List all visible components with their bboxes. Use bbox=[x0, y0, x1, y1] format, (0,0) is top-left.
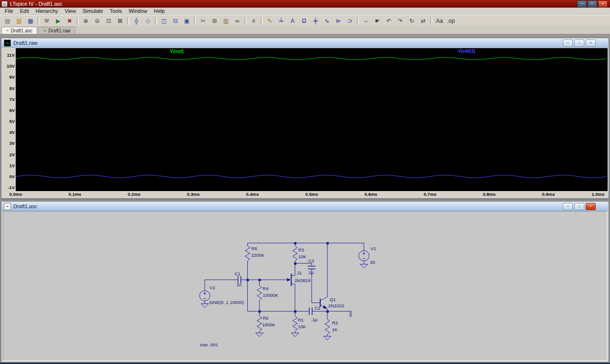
minimize-button[interactable]: ─ bbox=[563, 203, 573, 210]
waveform-window-titlebar[interactable]: ∿ Draft1.raw ─ □ × bbox=[2, 39, 608, 48]
net-label-icon[interactable]: A bbox=[287, 16, 298, 26]
capacitor-icon[interactable]: ╪ bbox=[310, 16, 321, 26]
schematic-canvas[interactable]: R6 2200K R3 10K R4 10000K bbox=[3, 211, 607, 361]
x-axis-tick-label: 1.0ms bbox=[587, 192, 610, 197]
net-label-out[interactable]: out bbox=[347, 311, 353, 317]
schematic-window-icon: ⌁ bbox=[4, 203, 11, 210]
spice-directive-icon[interactable]: .op bbox=[446, 16, 456, 26]
cascade-windows-icon[interactable]: ▣ bbox=[182, 16, 192, 26]
menu-edit[interactable]: Edit bbox=[17, 8, 32, 14]
close-button[interactable]: × bbox=[586, 40, 596, 47]
menu-hierarchy[interactable]: Hierarchy bbox=[32, 8, 61, 14]
trace-label-vout[interactable]: V(out) bbox=[170, 49, 184, 54]
tab-draft1-raw[interactable]: ∿ Draft1.raw bbox=[38, 27, 75, 34]
y-axis-tick-label: 9V bbox=[2, 74, 15, 80]
menu-help[interactable]: Help bbox=[151, 8, 168, 14]
text-icon[interactable]: Aa bbox=[434, 16, 445, 26]
menu-file[interactable]: File bbox=[1, 8, 17, 14]
tile-horizontal-icon[interactable]: ⊟ bbox=[170, 16, 181, 26]
paste-icon[interactable]: ▥ bbox=[221, 16, 231, 26]
component-icon[interactable]: ⊃ bbox=[345, 16, 355, 26]
mirror-icon[interactable]: ⇄ bbox=[418, 16, 428, 26]
save-icon[interactable]: ▦ bbox=[25, 16, 36, 26]
run-icon[interactable]: ▶ bbox=[53, 16, 63, 26]
copy-icon[interactable]: ⊞ bbox=[209, 16, 220, 26]
schematic-window-titlebar[interactable]: ⌁ Draft1.asc ─ □ × bbox=[2, 202, 608, 211]
component-C3[interactable]: C3 .1µ bbox=[307, 258, 315, 275]
component-R3[interactable]: R3 10K bbox=[293, 243, 307, 263]
component-value-label: 10K bbox=[298, 254, 307, 259]
print-icon[interactable]: ≡ bbox=[248, 16, 259, 26]
inductor-icon[interactable]: ∿ bbox=[322, 16, 332, 26]
waveform-traces bbox=[16, 48, 608, 191]
app-icon: ⌁ bbox=[1, 1, 8, 7]
maximize-button[interactable]: □ bbox=[588, 0, 597, 8]
menu-view[interactable]: View bbox=[61, 8, 80, 14]
mark-unconnected-pins-icon[interactable]: ◇ bbox=[142, 16, 153, 26]
component-R4[interactable]: R4 10000K bbox=[257, 280, 278, 311]
component-ref-label: R2 bbox=[332, 320, 338, 325]
y-axis-tick-label: 8V bbox=[2, 86, 15, 91]
open-file-icon[interactable]: ▨ bbox=[14, 16, 24, 26]
schematic-drawing[interactable]: R6 2200K R3 10K R4 10000K bbox=[3, 212, 607, 360]
main-titlebar[interactable]: ⌁ LTspice IV - Draft1.asc ─ □ × bbox=[0, 0, 610, 8]
y-axis-tick-label: -1V bbox=[2, 185, 15, 190]
x-axis-tick-label: 0.3ms bbox=[182, 192, 205, 197]
menu-tools[interactable]: Tools bbox=[106, 8, 125, 14]
tab-label: Draft1.raw bbox=[49, 28, 71, 33]
component-R2[interactable]: R2 1K bbox=[325, 311, 338, 336]
zoom-full-extents-icon[interactable]: ⊠ bbox=[115, 16, 125, 26]
zoom-out-icon[interactable]: ⊖ bbox=[92, 16, 102, 26]
diode-icon[interactable]: ⊳ bbox=[333, 16, 344, 26]
component-Q1[interactable]: Q1 2N2222 bbox=[320, 297, 344, 312]
halt-icon[interactable]: ✖ bbox=[64, 16, 75, 26]
draw-wire-icon[interactable]: ✎ bbox=[264, 16, 275, 26]
y-axis-tick-label: 10V bbox=[2, 63, 15, 69]
ground-icon[interactable]: ╧ bbox=[276, 16, 286, 26]
redo-icon[interactable]: ↷ bbox=[395, 16, 406, 26]
schematic-doc-icon: ⌁ bbox=[6, 29, 9, 33]
close-button[interactable]: × bbox=[598, 0, 608, 8]
move-icon[interactable]: ⇔ bbox=[361, 16, 371, 26]
component-R6[interactable]: R6 2200K bbox=[245, 243, 264, 261]
toolbar: ▤▨▦⚒▶✖⊕⊖⊡⊠╬◇◫⊟▣✂⊞▥∞≡✎╧AΩ╪∿⊳⊃⇔☛↶↷↻⇄Aa.op bbox=[0, 15, 610, 27]
grid-icon[interactable]: ╬ bbox=[131, 16, 142, 26]
component-V1[interactable]: V1 30 bbox=[359, 243, 376, 264]
find-icon[interactable]: ∞ bbox=[232, 16, 243, 26]
component-value-label: 2N3819 bbox=[295, 278, 310, 283]
restore-button[interactable]: □ bbox=[574, 40, 584, 47]
menu-simulate[interactable]: Simulate bbox=[79, 8, 106, 14]
menu-window[interactable]: Window bbox=[125, 8, 151, 14]
minimize-button[interactable]: ─ bbox=[577, 0, 587, 8]
close-button[interactable]: × bbox=[586, 203, 596, 210]
toolbar-separator bbox=[244, 17, 246, 25]
tab-draft1-asc[interactable]: ⌁ Draft1.asc bbox=[1, 27, 37, 34]
component-C1[interactable]: C1 1n bbox=[234, 271, 242, 287]
component-C2[interactable]: C2 .1µ bbox=[309, 305, 320, 322]
component-J1[interactable]: J1 2N3819 bbox=[287, 270, 310, 286]
zoom-area-icon[interactable]: ⊡ bbox=[103, 16, 114, 26]
rotate-icon[interactable]: ↻ bbox=[407, 16, 417, 26]
toolbar-separator bbox=[155, 17, 157, 25]
component-ref-label: C1 bbox=[234, 271, 240, 276]
component-R1[interactable]: R1 10K bbox=[293, 311, 306, 333]
y-axis-tick-label: 11V bbox=[2, 52, 15, 58]
y-axis-tick-label: 4V bbox=[2, 130, 15, 135]
trace-label-vn003[interactable]: V(n003) bbox=[458, 49, 475, 54]
y-axis-tick-label: 7V bbox=[2, 97, 15, 102]
waveform-plot-area[interactable]: V(out)V(n003) bbox=[16, 48, 608, 191]
component-R5[interactable]: R5 1000K bbox=[257, 311, 275, 333]
drag-icon[interactable]: ☛ bbox=[372, 16, 383, 26]
tile-vertical-icon[interactable]: ◫ bbox=[159, 16, 169, 26]
zoom-in-icon[interactable]: ⊕ bbox=[81, 16, 91, 26]
component-ref-label: C3 bbox=[308, 258, 314, 263]
undo-icon[interactable]: ↶ bbox=[384, 16, 394, 26]
component-ref-label: J1 bbox=[297, 270, 302, 275]
spice-directive-text[interactable]: .tran .001 bbox=[199, 342, 218, 347]
resistor-icon[interactable]: Ω bbox=[299, 16, 309, 26]
restore-button[interactable]: □ bbox=[574, 203, 584, 210]
minimize-button[interactable]: ─ bbox=[563, 40, 573, 47]
new-schematic-icon[interactable]: ▤ bbox=[2, 16, 13, 26]
cut-icon[interactable]: ✂ bbox=[198, 16, 208, 26]
control-panel-icon[interactable]: ⚒ bbox=[41, 16, 52, 26]
